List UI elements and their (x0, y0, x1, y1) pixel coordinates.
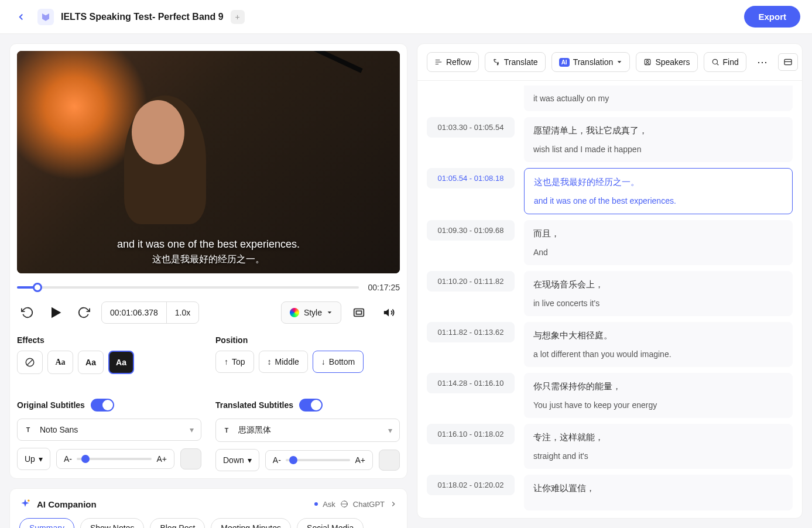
document-title: IELTS Speaking Test- Perfect Band 9 (61, 12, 224, 22)
style-button[interactable]: Style (281, 301, 341, 324)
original-color-swatch[interactable] (180, 448, 201, 469)
chip-summary[interactable]: Summary (19, 518, 74, 528)
export-button[interactable]: Export (744, 6, 800, 28)
video-player[interactable]: and it was one of the best experiences. … (17, 51, 400, 273)
forward-button[interactable] (73, 302, 94, 323)
time-display[interactable]: 00:01:06.378 1.0x (101, 301, 199, 324)
translated-subtitles-label: Translated Subtitles (215, 400, 293, 410)
position-label: Position (215, 335, 400, 345)
position-bottom-button[interactable]: ↓Bottom (313, 351, 364, 373)
openai-icon (340, 500, 348, 508)
current-time: 00:01:06.378 (102, 302, 166, 323)
chevron-down-icon (616, 59, 622, 65)
more-button[interactable]: ⋯ (752, 56, 772, 68)
segment-timestamp[interactable]: 01:11.82 - 01:13.62 (427, 322, 515, 342)
chip-show-notes[interactable]: Show Notes (80, 518, 144, 528)
style-icon (290, 308, 299, 317)
reflow-button[interactable]: Reflow (427, 52, 479, 72)
translated-color-swatch[interactable] (379, 450, 400, 471)
transcript-segment[interactable]: 01:05.54 - 01:08.18这也是我最好的经历之一。and it wa… (427, 168, 793, 214)
translated-subtitles-toggle[interactable] (299, 399, 323, 412)
ai-companion-panel: AI Companion Ask ChatGPT SummaryShow Not… (9, 488, 407, 528)
effects-label: Effects (17, 335, 201, 345)
transcript-segment[interactable]: 01:14.28 - 01:16.10你只需保持你的能量，You just ha… (427, 373, 793, 418)
effect-none-button[interactable] (17, 351, 43, 374)
chatgpt-label: ChatGPT (353, 500, 385, 509)
segment-timestamp[interactable]: 01:18.02 - 01:20.02 (427, 475, 515, 495)
transcript-segment[interactable]: 01:10.20 - 01:11.82在现场音乐会上，in live conce… (427, 271, 793, 316)
effect-highlight-button[interactable]: Aa (108, 351, 134, 374)
segment-text[interactable]: 你只需保持你的能量，You just have to keep your ene… (524, 373, 793, 418)
position-middle-button[interactable]: ↕Middle (259, 351, 308, 373)
chip-blog-post[interactable]: Blog Post (150, 518, 205, 528)
transcript-segment[interactable]: 01:11.82 - 01:13.62与想象中大相径庭。a lot differ… (427, 322, 793, 367)
segment-text[interactable]: it was actually on my (524, 85, 793, 111)
progress-bar[interactable] (17, 286, 359, 289)
svg-marker-1 (328, 311, 332, 313)
translation-dropdown[interactable]: AI Translation (551, 52, 631, 72)
effect-serif-button[interactable]: Aa (47, 351, 73, 374)
view-toggle-button[interactable] (778, 53, 798, 71)
svg-point-9 (28, 500, 29, 502)
segment-text[interactable]: 与想象中大相径庭。a lot different than you would … (524, 322, 793, 367)
playback-speed[interactable]: 1.0x (166, 302, 198, 323)
video-panel: and it was one of the best experiences. … (9, 43, 407, 479)
segment-text[interactable]: 这也是我最好的经历之一。and it was one of the best e… (524, 168, 793, 214)
svg-point-16 (647, 60, 649, 63)
segment-timestamp[interactable]: 01:10.20 - 01:11.82 (427, 271, 515, 292)
ask-label: Ask (323, 500, 335, 509)
svg-text:T: T (225, 427, 229, 434)
fullscreen-button[interactable] (348, 302, 369, 323)
original-subtitles-toggle[interactable] (91, 399, 114, 412)
chip-social-media[interactable]: Social Media (297, 518, 364, 528)
add-tab-button[interactable]: + (231, 10, 245, 24)
segment-text[interactable]: 让你难以置信， (524, 475, 793, 510)
segment-timestamp[interactable]: 01:14.28 - 01:16.10 (427, 373, 515, 393)
segment-text[interactable]: 愿望清单上，我让它成真了，wish list and I made it hap… (524, 117, 793, 162)
segment-timestamp[interactable]: 01:09.30 - 01:09.68 (427, 220, 515, 241)
translated-font-select[interactable]: T 思源黑体 ▾ (215, 419, 400, 442)
position-top-button[interactable]: ↑Top (215, 351, 254, 373)
status-dot-icon (314, 502, 318, 506)
rewind-button[interactable] (17, 302, 38, 323)
volume-button[interactable] (379, 302, 400, 323)
segment-timestamp[interactable]: 01:16.10 - 01:18.02 (427, 424, 515, 444)
back-button[interactable] (12, 8, 30, 26)
document-icon (37, 9, 54, 25)
original-size-slider[interactable]: A- A+ (56, 449, 174, 469)
duration-label: 00:17:25 (368, 283, 400, 292)
segment-text[interactable]: 而且，And (524, 220, 793, 265)
translated-size-slider[interactable]: A- A+ (265, 450, 373, 470)
sparkle-icon (19, 498, 31, 510)
translated-vpos-select[interactable]: Down▾ (215, 449, 259, 471)
translate-button[interactable]: Translate (485, 52, 546, 72)
segment-timestamp[interactable]: 01:03.30 - 01:05.54 (427, 117, 515, 138)
transcript-segment[interactable]: 01:09.30 - 01:09.68而且，And (427, 220, 793, 265)
svg-point-17 (712, 59, 717, 64)
original-vpos-select[interactable]: Up▾ (17, 448, 50, 470)
svg-marker-4 (384, 309, 389, 317)
companion-title: AI Companion (37, 499, 97, 509)
play-button[interactable] (45, 302, 66, 323)
segment-timestamp[interactable]: 01:05.54 - 01:08.18 (427, 168, 515, 188)
video-subtitle-overlay: and it was one of the best experiences. … (117, 236, 300, 266)
segment-text[interactable]: 在现场音乐会上，in live concerts it's (524, 271, 793, 316)
svg-line-18 (717, 63, 718, 65)
svg-marker-14 (618, 61, 622, 63)
effect-bold-button[interactable]: Aa (78, 351, 104, 374)
svg-rect-2 (354, 309, 364, 317)
svg-text:T: T (26, 426, 30, 433)
transcript-segment[interactable]: 01:16.10 - 01:18.02专注，这样就能，straight and … (427, 424, 793, 469)
segment-text[interactable]: 专注，这样就能，straight and it's (524, 424, 793, 469)
original-font-select[interactable]: T Noto Sans ▾ (17, 419, 201, 441)
chip-meeting-minutes[interactable]: Meeting Minutes (211, 518, 291, 528)
find-button[interactable]: Find (704, 52, 746, 72)
transcript-segment[interactable]: it was actually on my (427, 85, 793, 111)
transcript-segment[interactable]: 01:18.02 - 01:20.02让你难以置信， (427, 475, 793, 510)
chevron-right-icon[interactable] (389, 500, 398, 508)
speakers-button[interactable]: Speakers (636, 52, 697, 72)
original-subtitles-label: Original Subtitles (17, 400, 85, 410)
svg-rect-3 (356, 311, 361, 314)
progress-thumb[interactable] (33, 283, 42, 292)
transcript-segment[interactable]: 01:03.30 - 01:05.54愿望清单上，我让它成真了，wish lis… (427, 117, 793, 162)
